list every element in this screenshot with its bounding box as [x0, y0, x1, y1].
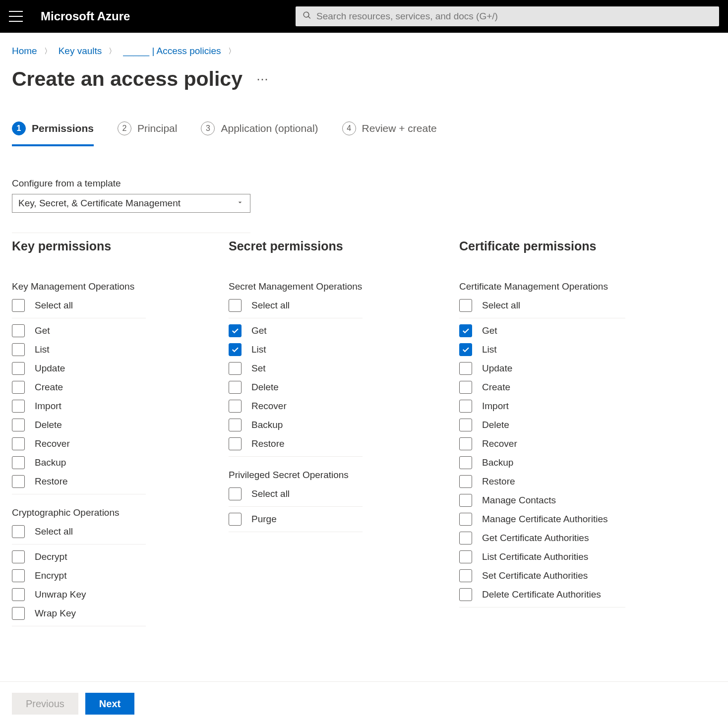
checkbox[interactable] — [12, 550, 25, 563]
checkbox[interactable] — [229, 381, 242, 394]
key-perm-list[interactable]: List — [12, 340, 229, 359]
secret-group-1-select-all[interactable]: Select all — [229, 484, 363, 507]
checkbox[interactable] — [12, 569, 25, 582]
checkbox[interactable] — [229, 513, 242, 526]
key-perm-create[interactable]: Create — [12, 378, 229, 397]
step-application-optional-[interactable]: 3Application (optional) — [201, 121, 318, 146]
key-perm-encrypt[interactable]: Encrypt — [12, 566, 229, 585]
more-icon[interactable]: ⋯ — [256, 72, 269, 86]
checkbox[interactable] — [12, 381, 25, 394]
checkbox[interactable] — [12, 607, 25, 620]
checkbox[interactable] — [12, 419, 25, 431]
checkbox[interactable] — [229, 487, 242, 500]
global-search[interactable] — [296, 6, 719, 26]
checkbox[interactable] — [229, 400, 242, 413]
checkbox[interactable] — [459, 381, 472, 394]
perm-label: Recover — [251, 401, 287, 412]
cert-perm-restore[interactable]: Restore — [459, 472, 690, 491]
checkbox[interactable] — [459, 437, 472, 450]
key-perm-update[interactable]: Update — [12, 359, 229, 378]
step-review-create[interactable]: 4Review + create — [342, 121, 437, 146]
checkbox[interactable] — [12, 475, 25, 488]
key-perm-wrap-key[interactable]: Wrap Key — [12, 604, 146, 626]
breadcrumb-keyvaults[interactable]: Key vaults — [59, 46, 102, 57]
checkbox[interactable] — [459, 299, 472, 312]
key-group-1-select-all[interactable]: Select all — [12, 522, 146, 544]
search-input[interactable] — [316, 11, 712, 22]
secret-perm-list[interactable]: List — [229, 340, 459, 359]
brand-label: Microsoft Azure — [41, 9, 130, 23]
cert-perm-create[interactable]: Create — [459, 378, 690, 397]
checkbox[interactable] — [459, 324, 472, 337]
checkbox[interactable] — [459, 400, 472, 413]
key-perm-delete[interactable]: Delete — [12, 416, 229, 434]
secret-perm-backup[interactable]: Backup — [229, 416, 459, 434]
checkbox[interactable] — [229, 343, 242, 356]
key-group-0-select-all[interactable]: Select all — [12, 296, 146, 318]
step-permissions[interactable]: 1Permissions — [12, 121, 94, 146]
checkbox[interactable] — [229, 324, 242, 337]
breadcrumb-home[interactable]: Home — [12, 46, 37, 57]
template-select[interactable]: Key, Secret, & Certificate Management — [12, 194, 250, 213]
cert-perm-list-certificate-authorities[interactable]: List Certificate Authorities — [459, 547, 690, 566]
checkbox[interactable] — [12, 400, 25, 413]
perm-label: Update — [35, 363, 65, 374]
checkbox[interactable] — [12, 299, 25, 312]
cert-perm-set-certificate-authorities[interactable]: Set Certificate Authorities — [459, 566, 690, 585]
cert-perm-manage-certificate-authorities[interactable]: Manage Certificate Authorities — [459, 510, 690, 529]
checkbox[interactable] — [12, 525, 25, 538]
cert-perm-get[interactable]: Get — [459, 321, 690, 340]
checkbox[interactable] — [459, 343, 472, 356]
key-perm-backup[interactable]: Backup — [12, 453, 229, 472]
key-perm-restore[interactable]: Restore — [12, 472, 146, 494]
checkbox[interactable] — [12, 343, 25, 356]
checkbox[interactable] — [459, 569, 472, 582]
secret-perm-restore[interactable]: Restore — [229, 434, 363, 457]
checkbox[interactable] — [459, 532, 472, 544]
key-perm-import[interactable]: Import — [12, 397, 229, 416]
checkbox[interactable] — [229, 437, 242, 450]
next-button[interactable]: Next — [85, 693, 134, 715]
checkbox[interactable] — [459, 588, 472, 601]
cert-perm-import[interactable]: Import — [459, 397, 690, 416]
secret-perm-delete[interactable]: Delete — [229, 378, 459, 397]
checkbox[interactable] — [12, 324, 25, 337]
step-principal[interactable]: 2Principal — [118, 121, 178, 146]
checkbox[interactable] — [459, 494, 472, 507]
secret-perm-recover[interactable]: Recover — [229, 397, 459, 416]
key-perm-decrypt[interactable]: Decrypt — [12, 547, 229, 566]
checkbox[interactable] — [459, 475, 472, 488]
menu-icon[interactable] — [9, 11, 23, 22]
checkbox[interactable] — [12, 362, 25, 375]
checkbox[interactable] — [12, 437, 25, 450]
cert-perm-recover[interactable]: Recover — [459, 434, 690, 453]
checkbox[interactable] — [12, 456, 25, 469]
checkbox[interactable] — [459, 456, 472, 469]
cert-group-0-select-all[interactable]: Select all — [459, 296, 625, 318]
secret-perm-purge[interactable]: Purge — [229, 510, 363, 532]
chevron-right-icon: 〉 — [228, 47, 236, 56]
cert-perm-list[interactable]: List — [459, 340, 690, 359]
cert-perm-backup[interactable]: Backup — [459, 453, 690, 472]
checkbox[interactable] — [12, 588, 25, 601]
cert-perm-delete-certificate-authorities[interactable]: Delete Certificate Authorities — [459, 585, 625, 607]
checkbox[interactable] — [459, 513, 472, 526]
secret-group-0-select-all[interactable]: Select all — [229, 296, 363, 318]
checkbox[interactable] — [229, 299, 242, 312]
cert-perm-delete[interactable]: Delete — [459, 416, 690, 434]
checkbox[interactable] — [229, 362, 242, 375]
checkbox[interactable] — [229, 419, 242, 431]
secret-perm-get[interactable]: Get — [229, 321, 459, 340]
breadcrumb-current[interactable]: _____ | Access policies — [123, 46, 221, 57]
key-perm-get[interactable]: Get — [12, 321, 229, 340]
checkbox[interactable] — [459, 550, 472, 563]
cert-perm-get-certificate-authorities[interactable]: Get Certificate Authorities — [459, 529, 690, 547]
checkbox[interactable] — [459, 362, 472, 375]
previous-button[interactable]: Previous — [12, 693, 78, 715]
cert-perm-update[interactable]: Update — [459, 359, 690, 378]
key-perm-recover[interactable]: Recover — [12, 434, 229, 453]
cert-perm-manage-contacts[interactable]: Manage Contacts — [459, 491, 690, 510]
secret-perm-set[interactable]: Set — [229, 359, 459, 378]
checkbox[interactable] — [459, 419, 472, 431]
key-perm-unwrap-key[interactable]: Unwrap Key — [12, 585, 229, 604]
